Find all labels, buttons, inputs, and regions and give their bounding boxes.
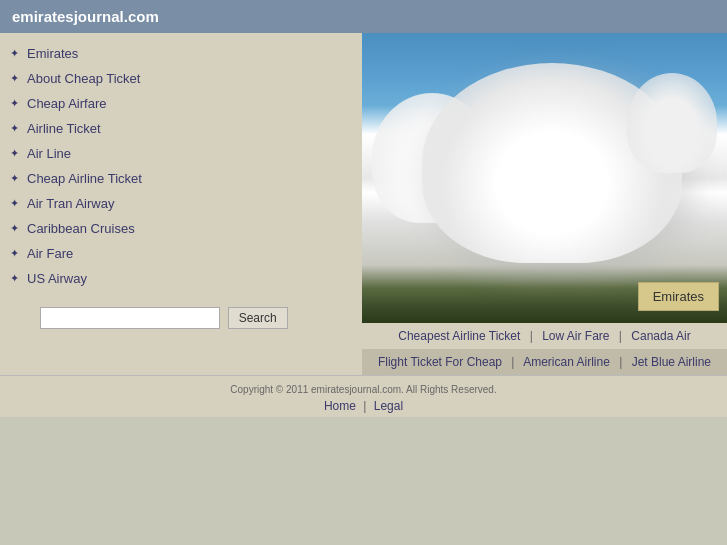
search-area: Search — [0, 291, 362, 345]
sidebar-item-caribbean-cruises[interactable]: ✦Caribbean Cruises — [0, 216, 362, 241]
separator-4: | — [619, 355, 622, 369]
separator-2: | — [619, 329, 622, 343]
sidebar-item-label: US Airway — [27, 271, 87, 286]
footer-copyright: Copyright © 2011 emiratesjournal.com. Al… — [0, 384, 727, 395]
sidebar-item-label: Emirates — [27, 46, 78, 61]
nav-bullet-icon: ✦ — [10, 122, 19, 135]
sidebar-item-label: About Cheap Ticket — [27, 71, 140, 86]
cheapest-airline-ticket-link[interactable]: Cheapest Airline Ticket — [398, 329, 520, 343]
emirates-overlay-button[interactable]: Emirates — [638, 282, 719, 311]
sidebar: ✦Emirates✦About Cheap Ticket✦Cheap Airfa… — [0, 33, 362, 375]
canada-air-link[interactable]: Canada Air — [631, 329, 690, 343]
sidebar-item-label: Air Line — [27, 146, 71, 161]
sidebar-item-us-airway[interactable]: ✦US Airway — [0, 266, 362, 291]
site-header: emiratesjournal.com — [0, 0, 727, 33]
nav-bullet-icon: ✦ — [10, 197, 19, 210]
separator-3: | — [511, 355, 514, 369]
links-bar-2: Flight Ticket For Cheap | American Airli… — [362, 349, 727, 375]
sidebar-item-label: Air Tran Airway — [27, 196, 114, 211]
flight-ticket-cheap-link[interactable]: Flight Ticket For Cheap — [378, 355, 502, 369]
sidebar-item-cheap-airfare[interactable]: ✦Cheap Airfare — [0, 91, 362, 116]
nav-bullet-icon: ✦ — [10, 72, 19, 85]
legal-link[interactable]: Legal — [374, 399, 403, 413]
sidebar-item-air-line[interactable]: ✦Air Line — [0, 141, 362, 166]
footer-separator: | — [363, 399, 366, 413]
nav-bullet-icon: ✦ — [10, 272, 19, 285]
nav-bullet-icon: ✦ — [10, 97, 19, 110]
sidebar-item-airline-ticket[interactable]: ✦Airline Ticket — [0, 116, 362, 141]
american-airline-link[interactable]: American Airline — [523, 355, 610, 369]
search-input[interactable] — [40, 307, 220, 329]
site-title: emiratesjournal.com — [12, 8, 159, 25]
sidebar-item-label: Cheap Airline Ticket — [27, 171, 142, 186]
bottom-filler — [0, 417, 727, 545]
right-panel: Emirates Cheapest Airline Ticket | Low A… — [362, 33, 727, 375]
nav-bullet-icon: ✦ — [10, 172, 19, 185]
low-air-fare-link[interactable]: Low Air Fare — [542, 329, 609, 343]
sidebar-item-about-cheap-ticket[interactable]: ✦About Cheap Ticket — [0, 66, 362, 91]
nav-bullet-icon: ✦ — [10, 47, 19, 60]
sidebar-item-label: Air Fare — [27, 246, 73, 261]
links-bar-1: Cheapest Airline Ticket | Low Air Fare |… — [362, 323, 727, 349]
nav-bullet-icon: ✦ — [10, 222, 19, 235]
home-link[interactable]: Home — [324, 399, 356, 413]
search-button[interactable]: Search — [228, 307, 288, 329]
cloud-shape-right — [627, 73, 717, 173]
cloud-image: Emirates — [362, 33, 727, 323]
nav-bullet-icon: ✦ — [10, 147, 19, 160]
jet-blue-airline-link[interactable]: Jet Blue Airline — [632, 355, 711, 369]
main-content: ✦Emirates✦About Cheap Ticket✦Cheap Airfa… — [0, 33, 727, 375]
separator-1: | — [530, 329, 533, 343]
nav-bullet-icon: ✦ — [10, 247, 19, 260]
sidebar-item-cheap-airline-ticket[interactable]: ✦Cheap Airline Ticket — [0, 166, 362, 191]
sidebar-item-label: Cheap Airfare — [27, 96, 107, 111]
sidebar-item-air-tran-airway[interactable]: ✦Air Tran Airway — [0, 191, 362, 216]
footer: Copyright © 2011 emiratesjournal.com. Al… — [0, 375, 727, 417]
sidebar-item-label: Caribbean Cruises — [27, 221, 135, 236]
sidebar-item-air-fare[interactable]: ✦Air Fare — [0, 241, 362, 266]
sidebar-item-label: Airline Ticket — [27, 121, 101, 136]
nav-list: ✦Emirates✦About Cheap Ticket✦Cheap Airfa… — [0, 41, 362, 291]
footer-links: Home | Legal — [0, 399, 727, 413]
sidebar-item-emirates[interactable]: ✦Emirates — [0, 41, 362, 66]
